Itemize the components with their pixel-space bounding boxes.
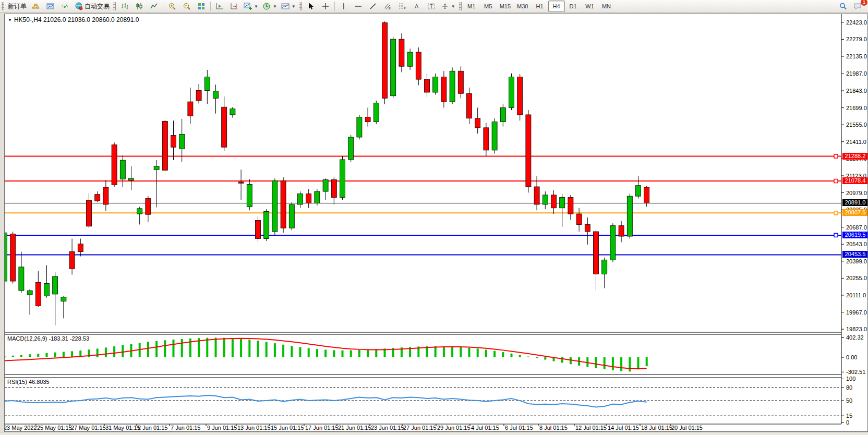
price-axis-tick: 19823.0 [846, 326, 867, 332]
new-order-button[interactable]: 新订单 [6, 1, 29, 12]
toolbar-grip [2, 2, 4, 10]
date-axis-label: 9 Jun 01:15 [207, 425, 237, 431]
price-line-flag: 20619.5 [842, 232, 868, 238]
arrows-button[interactable]: ▼ [439, 1, 457, 12]
periods-button[interactable]: ▼ [260, 1, 279, 12]
date-axis-label: 8 Jul 01:15 [539, 425, 568, 431]
date-axis-label: 7 Jun 01:15 [171, 425, 201, 431]
candle [146, 199, 151, 215]
candle [416, 52, 421, 79]
templates-button[interactable]: ▼ [279, 1, 298, 12]
fibonacci-button[interactable]: F [395, 1, 409, 12]
tf-w1-button[interactable]: W1 [582, 1, 598, 12]
tf-m1-button[interactable]: M1 [463, 1, 480, 12]
price-axis-tick: 21411.0 [846, 139, 866, 145]
cursor-button[interactable] [304, 1, 318, 12]
symbol-ohlc-text: HK50-,H4 21026.0 21036.0 20860.0 20891.0 [14, 16, 139, 23]
date-axis-label: 23 Jun 01:15 [371, 425, 404, 431]
signal-button[interactable] [58, 1, 73, 12]
rsi-axis-tick: 0 [846, 419, 849, 426]
candle [425, 79, 430, 92]
horizontal-line-icon [354, 2, 363, 10]
new-chart-button[interactable]: ▼ [242, 1, 260, 12]
tf-d1-button[interactable]: D1 [565, 1, 582, 12]
price-axis-tick: 20543.0 [846, 241, 867, 247]
candle [517, 77, 523, 115]
dropdown-caret: ▼ [451, 4, 455, 9]
candle [585, 224, 590, 232]
candle [44, 284, 50, 296]
rsi-indicator-label: RSI(15) 46.8035 [7, 379, 50, 385]
notifications-button[interactable]: 1 [850, 1, 865, 12]
trendline-button[interactable] [366, 1, 380, 12]
candle [78, 244, 83, 252]
candle [602, 260, 607, 274]
gold-ingots-icon [32, 2, 40, 10]
svg-text:E: E [389, 7, 391, 10]
candle [95, 195, 100, 201]
candle [357, 117, 362, 137]
candle [162, 121, 167, 170]
chart-window-button[interactable] [43, 1, 58, 12]
text-button[interactable]: A [409, 1, 424, 12]
crosshair-button[interactable] [318, 1, 333, 12]
macd-indicator-label: MACD(12,26,9) -183.31 -228.53 [7, 335, 89, 342]
candle [348, 137, 354, 160]
tf-m30-button[interactable]: M30 [514, 1, 531, 12]
candle [129, 178, 134, 180]
auto-scroll-button[interactable] [212, 1, 227, 12]
line-chart-icon [150, 2, 158, 10]
search-button[interactable] [836, 1, 850, 12]
candle [238, 182, 244, 183]
line-chart-button[interactable] [147, 1, 161, 12]
dropdown-caret: ▼ [292, 4, 296, 9]
chart-window[interactable]: 21288.221078.420891.020807.520619.520453… [4, 14, 868, 432]
candle [137, 209, 142, 214]
zoom-in-button[interactable] [165, 1, 179, 12]
autotrade-label: 自动交易 [85, 2, 110, 11]
candle [576, 214, 582, 224]
tile-windows-button[interactable] [194, 1, 209, 12]
price-axis-tick: 21699.0 [846, 105, 867, 111]
chart-shift-button[interactable] [227, 1, 242, 12]
zoom-out-icon [183, 2, 191, 10]
tf-h4-button[interactable]: H4 [548, 1, 565, 12]
tf-mn-button[interactable]: MN [598, 1, 615, 12]
candlestick-chart-button[interactable] [132, 1, 147, 12]
candle [407, 52, 413, 66]
tf-m15-button[interactable]: M15 [497, 1, 514, 12]
text-label-icon: T [427, 2, 436, 10]
candle [492, 122, 497, 150]
trendline-icon [369, 2, 377, 10]
text-label-button[interactable]: T [424, 1, 439, 12]
candle [103, 187, 108, 204]
candle [373, 103, 379, 122]
candle [458, 71, 463, 93]
price-line-flag: 21288.2 [842, 153, 868, 160]
candle [120, 160, 125, 179]
notification-badge: 1 [861, 0, 867, 6]
toolbar-separator [163, 2, 163, 11]
candle [627, 196, 632, 236]
bar-chart-button[interactable] [117, 1, 132, 12]
chart-canvas[interactable] [5, 14, 868, 432]
tf-h1-button[interactable]: H1 [532, 1, 548, 12]
candle [188, 102, 193, 116]
date-axis-label: 31 May 01:15 [105, 425, 140, 431]
vertical-line-button[interactable] [336, 1, 351, 12]
candle [69, 251, 75, 269]
autotrade-button[interactable]: 自动交易 [73, 1, 112, 12]
signal-icon [61, 2, 69, 10]
new-order-label: 新订单 [8, 2, 27, 11]
candle [644, 187, 649, 203]
autotrade-icon [75, 2, 83, 10]
one-click-trading-arrow[interactable]: ▼ [8, 18, 12, 22]
zoom-out-button[interactable] [179, 1, 194, 12]
date-axis-label: 13 Jun 01:15 [237, 425, 271, 431]
horizontal-line-button[interactable] [351, 1, 366, 12]
tf-m5-button[interactable]: M5 [480, 1, 497, 12]
market-watch-button[interactable] [29, 1, 43, 12]
template-icon [281, 2, 290, 10]
equidistant-channel-button[interactable]: E [380, 1, 395, 12]
tile-windows-icon [197, 2, 206, 10]
